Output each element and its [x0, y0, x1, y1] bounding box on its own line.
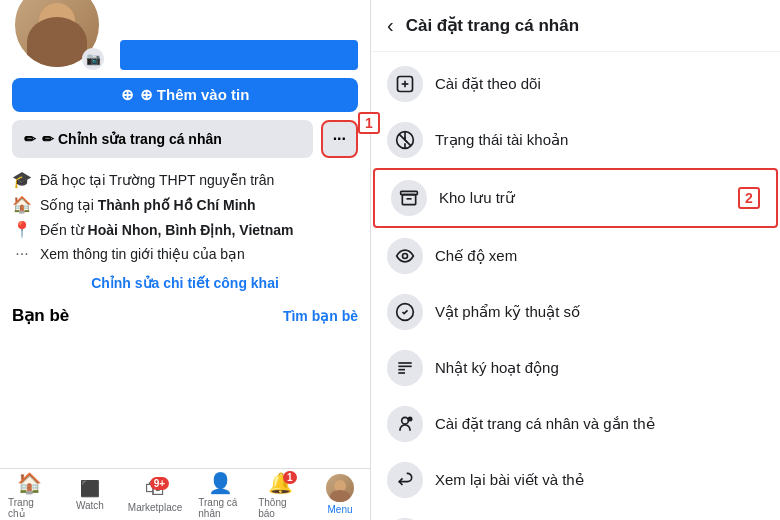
- watch-nav-label: Watch: [76, 500, 104, 511]
- nav-item-marketplace[interactable]: 🛍 9+ Marketplace: [120, 473, 190, 517]
- home-nav-icon: 🏠: [17, 471, 42, 495]
- nav-item-watch[interactable]: ⬛ Watch: [60, 475, 120, 515]
- svg-point-13: [402, 417, 409, 424]
- menu-item-activity-log[interactable]: Nhật ký hoạt động: [371, 340, 780, 396]
- archive-label: Kho lưu trữ: [439, 189, 515, 207]
- marketplace-nav-label: Marketplace: [128, 502, 182, 513]
- home-text: Sống tại Thành phố Hồ Chí Minh: [40, 197, 256, 213]
- list-item: 🎓 Đã học tại Trường THPT nguyễn trân: [12, 170, 358, 189]
- home-icon: 🏠: [12, 195, 32, 214]
- info-list: 🎓 Đã học tại Trường THPT nguyễn trân 🏠 S…: [12, 170, 358, 263]
- dots-icon: ···: [12, 245, 32, 263]
- account-status-label: Trạng thái tài khoản: [435, 131, 568, 149]
- review-posts-icon: [387, 462, 423, 498]
- bottom-nav: 🏠 Trang chủ ⬛ Watch 🛍 9+ Marketplace 👤 T…: [0, 468, 370, 520]
- menu-nav-label: Menu: [328, 504, 353, 515]
- intro-text: Xem thông tin giới thiệu của bạn: [40, 246, 245, 262]
- review-posts-label: Xem lại bài viết và thẻ: [435, 471, 584, 489]
- location-icon: 📍: [12, 220, 32, 239]
- education-icon: 🎓: [12, 170, 32, 189]
- follow-settings-label: Cài đặt theo dõi: [435, 75, 541, 93]
- archive-icon: [391, 180, 427, 216]
- activity-log-label: Nhật ký hoạt động: [435, 359, 559, 377]
- profile-tagging-icon: [387, 406, 423, 442]
- edit-profile-label: ✏ Chỉnh sửa trang cá nhân: [42, 131, 222, 147]
- marketplace-badge: 9+: [150, 477, 169, 490]
- name-banner: [120, 40, 358, 70]
- add-news-label: ⊕ Thêm vào tin: [140, 86, 250, 104]
- add-to-news-button[interactable]: ⊕ ⊕ Thêm vào tin: [12, 78, 358, 112]
- menu-item-archive[interactable]: Kho lưu trữ 2: [373, 168, 778, 228]
- camera-icon[interactable]: 📷: [82, 48, 104, 70]
- follow-settings-icon: [387, 66, 423, 102]
- profile-nav-icon: 👤: [208, 471, 233, 495]
- marketplace-nav-icon: 🛍 9+: [145, 477, 165, 500]
- nav-item-home[interactable]: 🏠 Trang chủ: [0, 467, 60, 521]
- digital-items-label: Vật phẩm kỹ thuật số: [435, 303, 580, 321]
- right-panel: ‹ Cài đặt trang cá nhân Cài đặt theo dõi: [370, 0, 780, 520]
- menu-item-privacy-center[interactable]: Trung tâm quyền riêng tư: [371, 508, 780, 520]
- nav-item-notifications[interactable]: 🔔 1 Thông báo: [250, 467, 310, 521]
- edit-public-label: Chỉnh sửa chi tiết công khai: [91, 275, 279, 291]
- back-button[interactable]: ‹: [387, 14, 394, 37]
- profile-tagging-label: Cài đặt trang cá nhân và gắn thẻ: [435, 415, 655, 433]
- right-header: ‹ Cài đặt trang cá nhân: [371, 0, 780, 52]
- account-status-icon: [387, 122, 423, 158]
- menu-item-profile-tagging-settings[interactable]: Cài đặt trang cá nhân và gắn thẻ: [371, 396, 780, 452]
- view-mode-icon: [387, 238, 423, 274]
- home-nav-label: Trang chủ: [8, 497, 52, 519]
- menu-avatar: [326, 474, 354, 502]
- menu-item-view-mode[interactable]: Chế độ xem: [371, 228, 780, 284]
- add-icon: ⊕: [121, 86, 134, 104]
- menu-item-follow-settings[interactable]: Cài đặt theo dõi: [371, 56, 780, 112]
- digital-items-icon: [387, 294, 423, 330]
- nav-item-profile[interactable]: 👤 Trang cá nhân: [190, 467, 250, 521]
- pencil-icon: ✏: [24, 131, 36, 147]
- friends-title: Bạn bè: [12, 305, 69, 326]
- menu-item-account-status[interactable]: Trạng thái tài khoản: [371, 112, 780, 168]
- svg-rect-5: [402, 195, 415, 205]
- annotation-2: 2: [738, 187, 760, 209]
- svg-point-14: [408, 417, 413, 422]
- svg-point-7: [403, 254, 408, 259]
- list-item: ··· Xem thông tin giới thiệu của bạn: [12, 245, 358, 263]
- more-options-button[interactable]: ···: [321, 120, 358, 158]
- watch-nav-icon: ⬛: [80, 479, 100, 498]
- avatar-container: 📷: [12, 10, 112, 70]
- find-friends-link[interactable]: Tìm bạn bè: [283, 308, 358, 324]
- settings-menu-list: Cài đặt theo dõi Trạng thái tài khoản: [371, 52, 780, 520]
- menu-item-digital-items[interactable]: Vật phẩm kỹ thuật số: [371, 284, 780, 340]
- right-panel-title: Cài đặt trang cá nhân: [406, 15, 579, 36]
- more-icon: ···: [333, 130, 346, 148]
- notifications-badge: 1: [283, 471, 297, 484]
- notifications-nav-label: Thông báo: [258, 497, 302, 519]
- edit-public-button[interactable]: Chỉnh sửa chi tiết công khai: [91, 271, 279, 295]
- education-text: Đã học tại Trường THPT nguyễn trân: [40, 172, 274, 188]
- friends-section: Bạn bè Tìm bạn bè: [12, 305, 358, 326]
- notifications-nav-icon: 🔔 1: [268, 471, 293, 495]
- menu-item-review-posts[interactable]: Xem lại bài viết và thẻ: [371, 452, 780, 508]
- location-text: Đến từ Hoài Nhon, Bình Định, Vietnam: [40, 222, 294, 238]
- view-mode-label: Chế độ xem: [435, 247, 517, 265]
- profile-nav-label: Trang cá nhân: [198, 497, 242, 519]
- edit-profile-button[interactable]: ✏ ✏ Chỉnh sửa trang cá nhân 1: [12, 120, 313, 158]
- list-item: 📍 Đến từ Hoài Nhon, Bình Định, Vietnam: [12, 220, 358, 239]
- nav-item-menu[interactable]: Menu: [310, 470, 370, 519]
- annotation-1: 1: [358, 112, 380, 134]
- list-item: 🏠 Sống tại Thành phố Hồ Chí Minh: [12, 195, 358, 214]
- activity-log-icon: [387, 350, 423, 386]
